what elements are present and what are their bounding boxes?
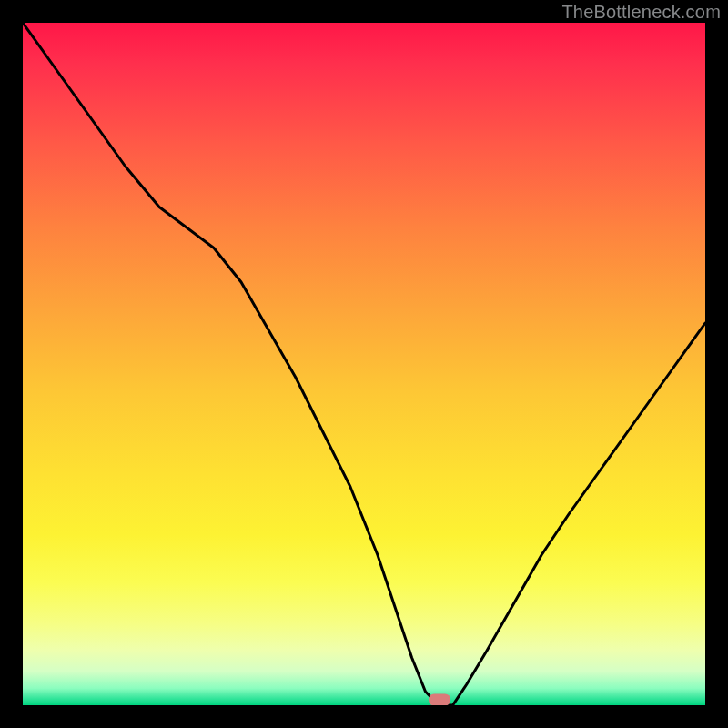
chart-frame: TheBottleneck.com [0,0,728,728]
plot-area [23,23,705,705]
bottleneck-curve [23,23,705,705]
watermark-text: TheBottleneck.com [561,2,721,23]
minimum-marker [429,694,450,706]
